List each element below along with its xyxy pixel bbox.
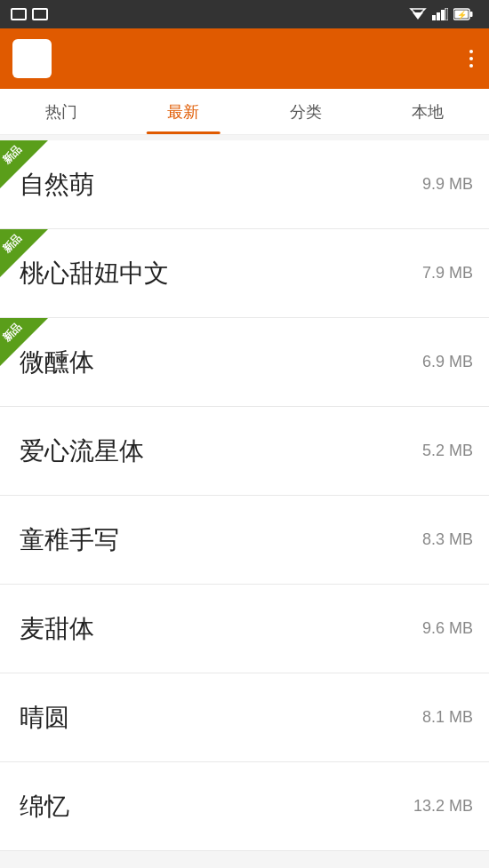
tab-分类[interactable]: 分类 [244,89,367,134]
svg-rect-8 [470,12,473,17]
menu-dot-2 [469,57,473,60]
app-header [0,28,489,89]
signal-icon-1 [11,8,27,20]
tab-最新[interactable]: 最新 [123,89,245,134]
new-badge-1: 新品 [0,229,48,277]
font-name-5: 麦甜体 [16,612,422,646]
new-badge-2: 新品 [0,318,48,366]
font-name-6: 晴圆 [16,701,422,735]
font-name-7: 绵忆 [16,790,413,824]
font-item-1[interactable]: 新品桃心甜妞中文7.9 MB [0,229,489,318]
svg-rect-5 [445,8,448,20]
app-logo [12,39,52,78]
font-item-6[interactable]: 晴圆8.1 MB [0,673,489,762]
font-size-0: 9.9 MB [422,175,473,194]
tab-热门[interactable]: 热门 [0,89,123,134]
font-size-4: 8.3 MB [422,530,473,549]
font-size-5: 9.6 MB [422,619,473,638]
font-size-3: 5.2 MB [422,442,473,460]
status-left [11,8,48,20]
font-name-1: 桃心甜妞中文 [16,257,422,291]
font-item-3[interactable]: 爱心流星体5.2 MB [0,407,489,496]
status-bar: ⚡ [0,0,489,28]
font-size-1: 7.9 MB [422,264,473,283]
signal-bars-icon [432,8,448,20]
new-badge-text-1: 新品 [0,231,25,257]
wifi-icon [409,7,427,21]
new-badge-text-2: 新品 [0,320,25,346]
svg-rect-4 [441,10,445,20]
font-name-3: 爱心流星体 [16,434,422,468]
font-size-7: 13.2 MB [413,797,473,816]
font-name-2: 微醺体 [16,346,422,379]
font-item-2[interactable]: 新品微醺体6.9 MB [0,318,489,407]
svg-rect-3 [437,12,440,20]
status-icons: ⚡ [409,7,478,21]
font-item-0[interactable]: 新品自然萌9.9 MB [0,140,489,229]
menu-dot-1 [469,50,473,53]
font-item-4[interactable]: 童稚手写8.3 MB [0,496,489,585]
font-item-5[interactable]: 麦甜体9.6 MB [0,585,489,673]
overflow-menu-button[interactable] [466,46,477,71]
font-name-4: 童稚手写 [16,523,422,557]
new-badge-0: 新品 [0,140,48,188]
tab-bar: 热门最新分类本地 [0,89,489,135]
font-size-2: 6.9 MB [422,353,473,371]
tab-本地[interactable]: 本地 [367,89,490,134]
battery-icon: ⚡ [453,8,473,20]
svg-rect-2 [432,15,436,20]
font-name-0: 自然萌 [16,168,422,202]
menu-dot-3 [469,64,473,68]
font-list: 新品自然萌9.9 MB新品桃心甜妞中文7.9 MB新品微醺体6.9 MB爱心流星… [0,140,489,851]
font-size-6: 8.1 MB [422,708,473,727]
svg-text:⚡: ⚡ [457,10,468,20]
signal-icon-2 [32,8,48,20]
new-badge-text-0: 新品 [0,142,25,168]
font-item-7[interactable]: 绵忆13.2 MB [0,762,489,851]
